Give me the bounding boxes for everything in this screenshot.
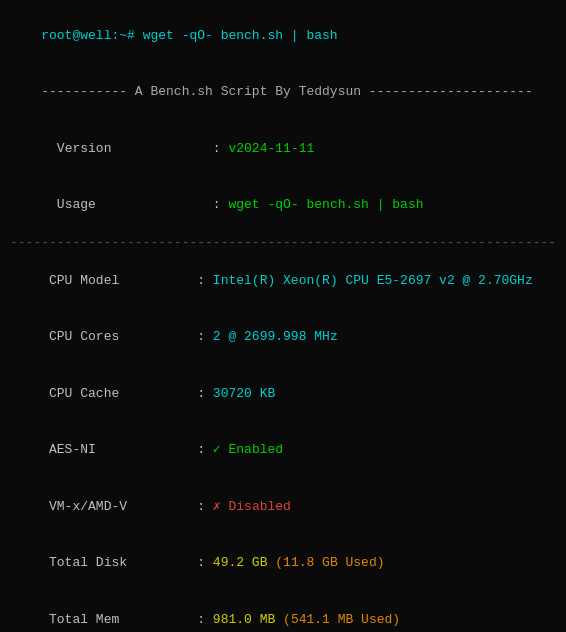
total-disk-used: (11.8 GB Used) xyxy=(267,555,384,570)
vm-amd-v-line: VM-x/AMD-V : ✗ Disabled xyxy=(10,479,556,536)
prompt: root@well:~# wget -qO- bench.sh | bash xyxy=(41,28,337,43)
aes-ni-label: AES-NI : xyxy=(41,442,213,457)
terminal-window: root@well:~# wget -qO- bench.sh | bash -… xyxy=(10,8,556,632)
cpu-cache-line: CPU Cache : 30720 KB xyxy=(10,366,556,423)
script-header: ----------- A Bench.sh Script By Teddysu… xyxy=(41,84,532,99)
cpu-cache-value: 30720 KB xyxy=(213,386,275,401)
total-disk-label: Total Disk : xyxy=(41,555,213,570)
total-mem-label: Total Mem : xyxy=(41,612,213,627)
aes-ni-value: ✓ Enabled xyxy=(213,442,283,457)
usage-line: Usage : wget -qO- bench.sh | bash xyxy=(10,178,556,235)
cpu-cores-value: 2 @ 2699.998 MHz xyxy=(213,329,338,344)
cpu-cores-label: CPU Cores : xyxy=(41,329,213,344)
cpu-cores-line: CPU Cores : 2 @ 2699.998 MHz xyxy=(10,310,556,367)
aes-ni-line: AES-NI : ✓ Enabled xyxy=(10,423,556,480)
cpu-model-value: Intel(R) Xeon(R) CPU E5-2697 v2 @ 2.70GH… xyxy=(213,273,533,288)
cpu-model-label: CPU Model : xyxy=(41,273,213,288)
divider1: ----------------------------------------… xyxy=(10,234,556,253)
total-disk-value: 49.2 GB xyxy=(213,555,268,570)
vm-amd-v-label: VM-x/AMD-V : xyxy=(41,499,213,514)
total-mem-value: 981.0 MB xyxy=(213,612,275,627)
total-mem-line: Total Mem : 981.0 MB (541.1 MB Used) xyxy=(10,592,556,632)
version-label: Version : xyxy=(41,141,228,156)
vm-amd-v-value: ✗ Disabled xyxy=(213,499,291,514)
header-line: ----------- A Bench.sh Script By Teddysu… xyxy=(10,65,556,122)
cpu-cache-label: CPU Cache : xyxy=(41,386,213,401)
total-mem-used: (541.1 MB Used) xyxy=(275,612,400,627)
prompt-line: root@well:~# wget -qO- bench.sh | bash xyxy=(10,8,556,65)
version-line: Version : v2024-11-11 xyxy=(10,121,556,178)
usage-value: wget -qO- bench.sh | bash xyxy=(228,197,423,212)
usage-label: Usage : xyxy=(41,197,228,212)
total-disk-line: Total Disk : 49.2 GB (11.8 GB Used) xyxy=(10,536,556,593)
version-value: v2024-11-11 xyxy=(228,141,314,156)
cpu-model-line: CPU Model : Intel(R) Xeon(R) CPU E5-2697… xyxy=(10,253,556,310)
